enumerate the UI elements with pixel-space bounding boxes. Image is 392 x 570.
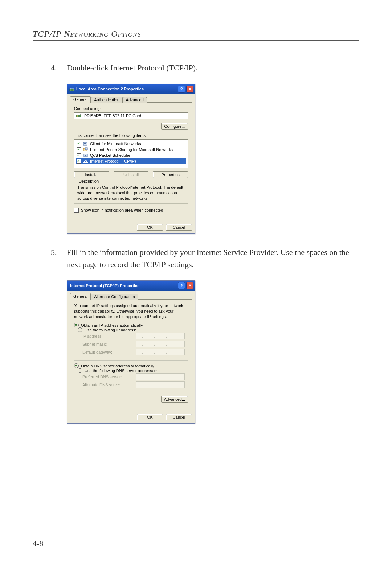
step-5-number: 5. <box>51 246 67 271</box>
tab-strip: General Authentication Advanced <box>70 96 192 103</box>
tcpip-properties-dialog: Internet Protocol (TCP/IP) Properties ? … <box>67 280 195 424</box>
client-icon <box>83 142 88 146</box>
list-item-label: Client for Microsoft Networks <box>90 141 141 146</box>
ip-address-label: IP address: <box>82 334 136 338</box>
adapter-field: PRISM25 IEEE 802.11 PC Card <box>74 112 188 119</box>
description-group: Description Transmission Control Protoco… <box>74 182 188 204</box>
list-item-selected[interactable]: Internet Protocol (TCP/IP) <box>76 158 186 164</box>
list-item-label: QoS Packet Scheduler <box>90 153 130 158</box>
uses-items-label: This connection uses the following items… <box>74 133 188 138</box>
svg-rect-3 <box>77 115 78 117</box>
step-5: 5. Fill in the information provided by y… <box>51 246 359 271</box>
subnet-label: Subnet mask: <box>82 342 136 346</box>
step-4-number: 4. <box>51 62 67 74</box>
radio-ip-auto[interactable] <box>74 323 79 327</box>
tab-strip: General Alternate Configuration <box>70 293 192 300</box>
connection-icon <box>69 86 74 91</box>
help-button[interactable]: ? <box>178 282 185 289</box>
configure-button[interactable]: Configure... <box>161 123 188 130</box>
svg-rect-1 <box>72 89 74 91</box>
pref-dns-label: Preferred DNS server: <box>82 375 136 379</box>
radio-ip-auto-label: Obtain an IP address automatically <box>81 323 143 327</box>
step-4-text: Double-click Internet Protocol (TCP/IP). <box>67 62 359 74</box>
list-item[interactable]: File and Printer Sharing for Microsoft N… <box>76 147 186 152</box>
checkbox-icon[interactable] <box>77 153 81 158</box>
uninstall-button: Uninstall <box>114 171 149 178</box>
svg-rect-8 <box>85 148 87 150</box>
nic-icon <box>76 114 82 118</box>
svg-rect-6 <box>84 143 86 144</box>
cancel-button[interactable]: Cancel <box>166 414 192 420</box>
list-item-label: File and Printer Sharing for Microsoft N… <box>90 147 173 152</box>
pref-dns-input: ... <box>136 373 185 380</box>
checkbox-icon[interactable] <box>77 159 81 164</box>
page-number: 4-8 <box>33 539 43 548</box>
radio-dns-manual-label: Use the following DNS server addresses: <box>85 369 158 373</box>
radio-dns-manual[interactable] <box>78 368 82 373</box>
lan-properties-dialog: Local Area Connection 2 Properties ? ✕ G… <box>67 84 195 234</box>
svg-rect-0 <box>70 89 72 91</box>
dialog-title: Internet Protocol (TCP/IP) Properties <box>70 284 178 288</box>
advanced-button[interactable]: Advanced... <box>161 396 188 403</box>
properties-button[interactable]: Properties <box>153 171 188 178</box>
radio-dns-auto[interactable] <box>74 363 79 368</box>
list-item[interactable]: Client for Microsoft Networks <box>76 141 186 147</box>
ok-button[interactable]: OK <box>137 224 163 231</box>
connect-using-label: Connect using: <box>74 106 188 111</box>
items-listbox[interactable]: Client for Microsoft Networks File and P… <box>74 139 188 168</box>
ip-address-input: ... <box>136 333 185 339</box>
list-item[interactable]: QoS Packet Scheduler <box>76 152 186 158</box>
share-icon <box>83 147 88 152</box>
close-button[interactable]: ✕ <box>186 282 193 289</box>
subnet-input: ... <box>136 341 185 347</box>
description-text: Transmission Control Protocol/Internet P… <box>77 185 185 201</box>
checkbox-icon[interactable] <box>77 142 81 146</box>
ip-manual-group: Use the following IP address: IP address… <box>74 329 188 361</box>
step-4: 4. Double-click Internet Protocol (TCP/I… <box>51 62 359 74</box>
qos-icon <box>83 153 88 158</box>
install-button[interactable]: Install... <box>74 171 109 178</box>
dns-manual-group: Use the following DNS server addresses: … <box>74 370 188 393</box>
radio-ip-manual[interactable] <box>78 327 82 332</box>
adapter-name: PRISM25 IEEE 802.11 PC Card <box>84 114 141 118</box>
info-text: You can get IP settings assigned automat… <box>74 303 188 319</box>
gateway-label: Default gateway: <box>82 350 136 354</box>
list-item-label: Internet Protocol (TCP/IP) <box>90 159 136 164</box>
svg-rect-4 <box>80 114 81 115</box>
dialog-title: Local Area Connection 2 Properties <box>76 87 178 91</box>
tab-general[interactable]: General <box>70 293 91 300</box>
description-title: Description <box>77 179 100 183</box>
tab-general[interactable]: General <box>70 96 91 103</box>
gateway-input: ... <box>136 349 185 355</box>
step-5-text: Fill in the information provided by your… <box>67 246 359 271</box>
show-icon-label: Show icon in notification area when conn… <box>81 208 163 212</box>
help-button[interactable]: ? <box>178 86 185 93</box>
svg-point-10 <box>85 155 86 156</box>
tab-authentication[interactable]: Authentication <box>91 97 123 103</box>
close-button[interactable]: ✕ <box>186 86 193 93</box>
tab-advanced[interactable]: Advanced <box>123 97 147 103</box>
svg-rect-11 <box>83 162 88 163</box>
show-icon-checkbox[interactable] <box>74 208 79 213</box>
alt-dns-input: ... <box>136 381 185 388</box>
ok-button[interactable]: OK <box>137 414 163 420</box>
radio-ip-manual-label: Use the following IP address: <box>85 328 136 332</box>
page-header: TCP/IP Networking Options <box>33 29 359 41</box>
radio-dns-auto-label: Obtain DNS server address automatically <box>81 364 154 368</box>
cancel-button[interactable]: Cancel <box>166 224 192 231</box>
tab-alternate[interactable]: Alternate Configuration <box>91 294 138 300</box>
dialog-titlebar: Internet Protocol (TCP/IP) Properties ? … <box>67 281 195 291</box>
dialog-titlebar: Local Area Connection 2 Properties ? ✕ <box>67 84 195 94</box>
alt-dns-label: Alternate DNS server: <box>82 383 136 387</box>
checkbox-icon[interactable] <box>77 147 81 152</box>
tcpip-icon <box>83 159 88 163</box>
